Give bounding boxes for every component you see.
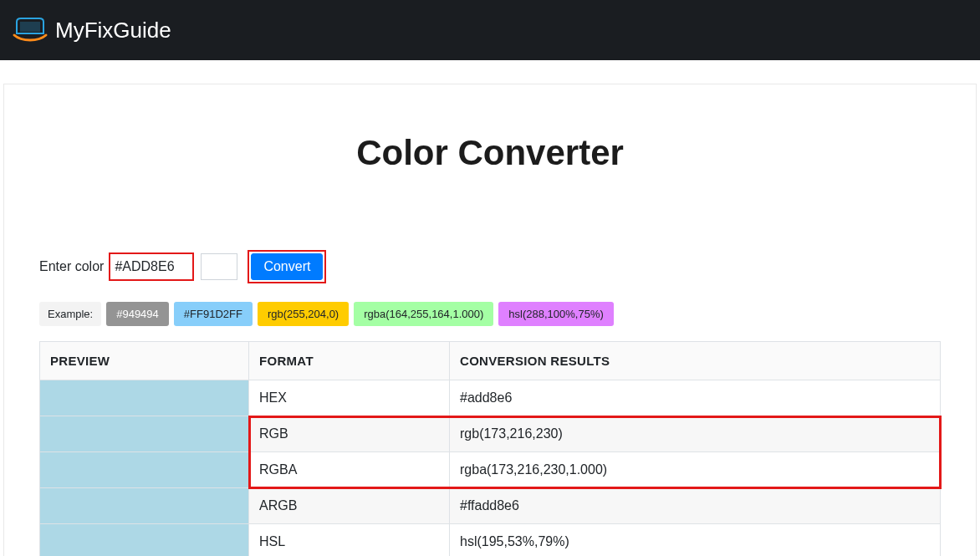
format-cell: RGBA [249, 452, 450, 488]
results-wrap: PREVIEW FORMAT CONVERSION RESULTS HEX #a… [39, 341, 941, 556]
input-row: Enter color Convert [39, 250, 941, 283]
example-chip-hexa[interactable]: #FF91D2FF [174, 302, 253, 326]
col-result: CONVERSION RESULTS [450, 342, 941, 380]
main-content: Color Converter Enter color Convert Exam… [3, 84, 977, 556]
brand-name: MyFixGuide [55, 18, 171, 43]
format-cell: HSL [249, 524, 450, 557]
preview-swatch [40, 416, 249, 452]
result-cell: #ffadd8e6 [450, 488, 941, 524]
col-preview: PREVIEW [40, 342, 249, 380]
example-chip-hsl[interactable]: hsl(288,100%,75%) [498, 302, 613, 326]
svg-rect-0 [20, 22, 40, 32]
table-row: HSL hsl(195,53%,79%) [40, 524, 941, 557]
example-label: Example: [39, 302, 101, 326]
example-chip-rgb[interactable]: rgb(255,204,0) [258, 302, 349, 326]
examples-row: Example: #949494 #FF91D2FF rgb(255,204,0… [39, 302, 941, 326]
preview-swatch [40, 452, 249, 488]
color-input-label: Enter color [39, 259, 104, 274]
result-cell: #add8e6 [450, 380, 941, 416]
results-table: PREVIEW FORMAT CONVERSION RESULTS HEX #a… [39, 341, 941, 556]
table-row: ARGB #ffadd8e6 [40, 488, 941, 524]
format-cell: ARGB [249, 488, 450, 524]
preview-swatch [40, 488, 249, 524]
format-cell: RGB [249, 416, 450, 452]
color-input-highlight [109, 252, 194, 281]
laptop-icon [12, 17, 48, 43]
brand[interactable]: MyFixGuide [12, 17, 171, 43]
convert-highlight: Convert [248, 250, 326, 283]
example-chip-hex[interactable]: #949494 [106, 302, 169, 326]
convert-button[interactable]: Convert [251, 253, 323, 280]
color-input[interactable] [113, 256, 190, 278]
preview-swatch [40, 380, 249, 416]
table-row: HEX #add8e6 [40, 380, 941, 416]
preview-swatch [40, 524, 249, 557]
col-format: FORMAT [249, 342, 450, 380]
result-cell: rgba(173,216,230,1.000) [450, 452, 941, 488]
format-cell: HEX [249, 380, 450, 416]
navbar: MyFixGuide [0, 0, 980, 60]
page-title: Color Converter [39, 133, 941, 173]
result-cell: rgb(173,216,230) [450, 416, 941, 452]
result-cell: hsl(195,53%,79%) [450, 524, 941, 557]
aux-input[interactable] [201, 253, 237, 280]
table-row: RGBA rgba(173,216,230,1.000) [40, 452, 941, 488]
example-chip-rgba[interactable]: rgba(164,255,164,1.000) [354, 302, 493, 326]
table-row: RGB rgb(173,216,230) [40, 416, 941, 452]
